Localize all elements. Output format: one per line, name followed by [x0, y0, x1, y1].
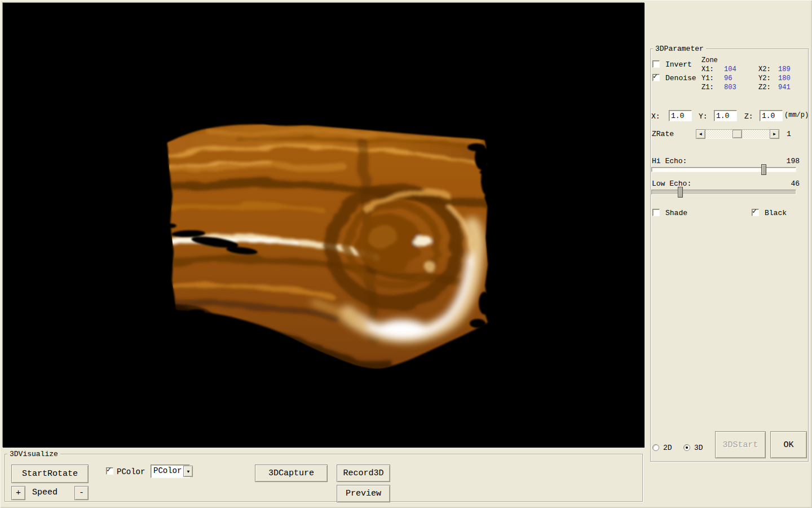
radio-dot-icon	[686, 446, 688, 449]
scale-z-input[interactable]	[760, 110, 783, 121]
mode-3d-label: 3D	[694, 444, 703, 452]
zone-z2-value: 941	[778, 84, 791, 91]
scroll-right-icon: ►	[773, 132, 776, 137]
invert-label: Invert	[665, 60, 692, 69]
app-window: 3DParameter ✓ Invert ✓ Denoise Zone X1: …	[0, 0, 812, 508]
low-echo-label: Low Echo:	[652, 179, 691, 188]
zone-y1-value: 96	[724, 75, 732, 82]
scale-y-label: Y:	[699, 112, 708, 121]
zone-x1-label: X1:	[701, 65, 714, 73]
scroll-left-icon: ◄	[699, 132, 702, 137]
zone-z1-value: 803	[724, 84, 736, 91]
zone-x1-value: 104	[724, 65, 736, 73]
mode-2d-label: 2D	[663, 444, 672, 452]
low-echo-slider-track[interactable]	[651, 190, 796, 195]
preview-button[interactable]: Preview	[337, 485, 390, 502]
zrate-scrollbar[interactable]: ◄ ►	[696, 129, 779, 139]
scale-x-label: X:	[651, 112, 660, 121]
zone-y1-label: Y1:	[701, 75, 714, 82]
pcolor-dropdown-value: PColor	[151, 465, 183, 478]
speed-label: Speed	[32, 488, 58, 497]
invert-checkbox[interactable]: ✓	[652, 60, 660, 68]
zone-label: Zone	[701, 56, 718, 64]
pcolor-checkbox[interactable]: ✓	[106, 467, 113, 475]
volume-render[interactable]	[3, 3, 645, 448]
zone-z1-label: Z1:	[701, 84, 714, 91]
parameter-group-title: 3DParameter	[653, 45, 706, 53]
pcolor-dropdown[interactable]: PColor ▼	[151, 465, 190, 478]
chevron-down-icon: ▼	[187, 469, 190, 474]
hi-echo-slider-thumb[interactable]	[761, 164, 766, 175]
black-label: Black	[765, 209, 787, 217]
zrate-scroll-right-button[interactable]: ►	[770, 129, 779, 139]
mode-2d-radio[interactable]	[652, 444, 659, 451]
pcolor-dropdown-button[interactable]: ▼	[183, 466, 193, 477]
hi-echo-label: Hi Echo:	[652, 157, 687, 165]
zone-x2-label: X2:	[758, 65, 771, 73]
pcolor-label: PColor	[117, 467, 145, 476]
speed-plus-button[interactable]: +	[11, 486, 25, 500]
capture3d-button[interactable]: 3DCapture	[255, 465, 328, 482]
zrate-scroll-left-button[interactable]: ◄	[696, 129, 705, 139]
shade-checkbox[interactable]: ✓	[652, 209, 660, 216]
denoise-label: Denoise	[665, 74, 696, 82]
scale-x-input[interactable]	[669, 110, 692, 121]
check-icon: ✓	[653, 73, 657, 80]
start-rotate-button[interactable]: StartRotate	[11, 465, 89, 483]
zrate-value: 1	[787, 130, 791, 138]
zone-y2-value: 180	[778, 75, 791, 82]
low-echo-value: 46	[778, 179, 800, 188]
record3d-button[interactable]: Record3D	[337, 465, 390, 482]
check-icon: ✓	[107, 466, 111, 474]
ok-button[interactable]: OK	[770, 431, 807, 458]
scale-unit-label: (mm/p)	[784, 111, 809, 119]
black-checkbox[interactable]: ✓	[752, 209, 759, 216]
mode-3d-radio[interactable]	[683, 444, 690, 451]
shade-label: Shade	[665, 209, 687, 217]
check-icon: ✓	[752, 208, 757, 215]
zone-z2-label: Z2:	[758, 84, 771, 91]
hi-echo-slider-track[interactable]	[651, 167, 796, 172]
low-echo-slider-thumb[interactable]	[678, 187, 683, 198]
scale-y-input[interactable]	[714, 110, 737, 121]
zone-y2-label: Y2:	[758, 75, 771, 82]
start3d-button[interactable]: 3DStart	[715, 431, 766, 458]
visualize-group-title: 3DVisualize	[7, 450, 60, 458]
zone-x2-value: 189	[778, 65, 791, 73]
hi-echo-value: 198	[778, 157, 800, 165]
zrate-scroll-track[interactable]	[705, 129, 770, 139]
render-viewport[interactable]	[2, 2, 644, 447]
scale-z-label: Z:	[744, 112, 753, 121]
denoise-checkbox[interactable]: ✓	[652, 74, 660, 81]
zrate-label: ZRate	[652, 130, 674, 138]
speed-minus-button[interactable]: -	[74, 486, 89, 500]
zrate-scroll-thumb[interactable]	[732, 130, 742, 138]
